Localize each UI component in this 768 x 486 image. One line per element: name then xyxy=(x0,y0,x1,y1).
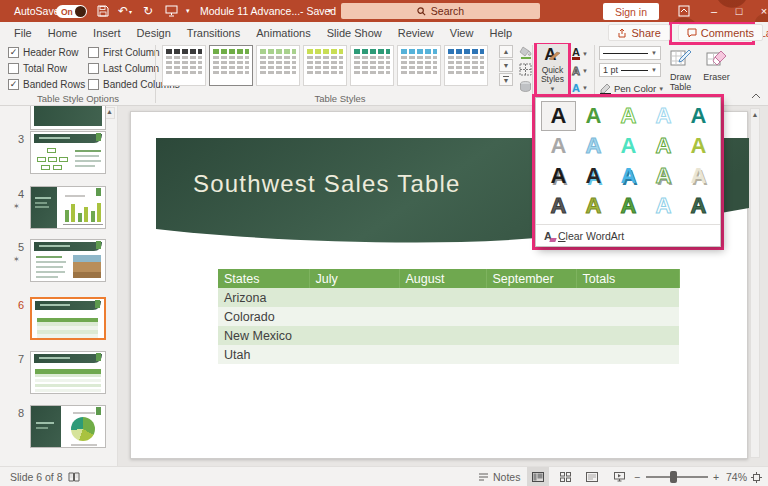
tab-animations[interactable]: Animations xyxy=(248,24,318,42)
wordart-style-18[interactable]: A xyxy=(611,191,646,221)
eraser-button[interactable]: Eraser xyxy=(700,44,733,100)
table-header-row[interactable]: StatesJulyAugustSeptemberTotals xyxy=(218,269,679,288)
slide-thumbnail-3[interactable] xyxy=(30,131,106,174)
table-cell[interactable] xyxy=(399,307,486,326)
text-outline-button[interactable]: A▼ xyxy=(572,63,594,78)
maximize-button[interactable]: □ xyxy=(727,0,751,22)
table-row[interactable]: Arizona xyxy=(218,288,679,307)
tab-design[interactable]: Design xyxy=(129,24,179,42)
gallery-more-icon[interactable]: ▼ xyxy=(499,73,513,86)
table-row[interactable]: New Mexico xyxy=(218,326,679,345)
table-header-cell[interactable]: July xyxy=(309,269,399,288)
checkbox-last-column[interactable]: Last Column xyxy=(88,63,159,74)
table-cell[interactable]: Utah xyxy=(218,345,309,364)
table-cell[interactable] xyxy=(309,345,399,364)
slide-title[interactable]: Southwest Sales Table xyxy=(193,170,461,198)
table-style-green[interactable] xyxy=(209,45,253,86)
checkbox-header-row[interactable]: ✓Header Row xyxy=(8,47,79,58)
autosave-toggle[interactable]: On xyxy=(56,5,87,18)
tab-help[interactable]: Help xyxy=(481,24,520,42)
ribbon-display-options-icon[interactable] xyxy=(672,0,696,22)
quick-styles-button[interactable]: A Quick Styles ▼ xyxy=(537,44,568,100)
table-cell[interactable]: Colorado xyxy=(218,307,309,326)
slide-thumbnail-8[interactable] xyxy=(30,405,106,448)
table-cell[interactable] xyxy=(399,288,486,307)
notes-button[interactable]: Notes xyxy=(478,467,520,486)
wordart-style-15[interactable]: A xyxy=(681,161,716,191)
wordart-style-13[interactable]: A xyxy=(611,161,646,191)
slide-table[interactable]: StatesJulyAugustSeptemberTotalsArizonaCo… xyxy=(218,269,680,364)
canvas-scrollbar[interactable]: ▲ xyxy=(750,108,760,458)
start-from-beginning-icon[interactable] xyxy=(165,0,178,22)
table-cell[interactable] xyxy=(576,345,679,364)
table-cell[interactable] xyxy=(486,307,576,326)
checkbox-total-row[interactable]: Total Row xyxy=(8,63,67,74)
normal-view-button[interactable] xyxy=(527,467,549,486)
table-cell[interactable] xyxy=(309,307,399,326)
wordart-style-8[interactable]: A xyxy=(611,131,646,161)
slide-thumbnail-5[interactable] xyxy=(30,239,106,282)
tab-home[interactable]: Home xyxy=(40,24,85,42)
wordart-style-20[interactable]: A xyxy=(681,191,716,221)
table-row[interactable]: Colorado xyxy=(218,307,679,326)
sign-in-button[interactable]: Sign in xyxy=(603,3,659,20)
table-style-blue[interactable] xyxy=(444,45,488,86)
wordart-style-14[interactable]: A xyxy=(646,161,681,191)
tab-slide-show[interactable]: Slide Show xyxy=(319,24,390,42)
tab-file[interactable]: File xyxy=(6,24,40,42)
close-button[interactable]: × xyxy=(752,0,768,22)
clear-wordart-item[interactable]: A Clear WordArt xyxy=(536,224,720,246)
table-cell[interactable] xyxy=(486,345,576,364)
search-input[interactable]: Search xyxy=(341,3,540,19)
zoom-out-button[interactable]: − xyxy=(634,467,640,486)
text-fill-button[interactable]: A▼ xyxy=(572,46,594,61)
wordart-style-19[interactable]: A xyxy=(646,191,681,221)
zoom-slider[interactable] xyxy=(646,467,708,486)
collapse-ribbon-icon[interactable] xyxy=(751,93,761,99)
fit-slide-to-window-icon[interactable] xyxy=(751,467,762,486)
accessibility-icon[interactable] xyxy=(68,467,80,486)
table-style-lime[interactable] xyxy=(303,45,347,86)
zoom-in-button[interactable]: + xyxy=(713,467,719,486)
wordart-style-2[interactable]: A xyxy=(576,101,611,131)
wordart-style-6[interactable]: A xyxy=(541,131,576,161)
wordart-style-1[interactable]: A xyxy=(541,101,576,131)
document-title[interactable]: Module 11 Advance... xyxy=(200,0,300,22)
table-cell[interactable] xyxy=(576,288,679,307)
zoom-level[interactable]: 74% xyxy=(726,467,747,486)
table-cell[interactable]: Arizona xyxy=(218,288,309,307)
table-cell[interactable] xyxy=(309,288,399,307)
redo-button[interactable]: ↻ xyxy=(143,0,153,22)
reading-view-button[interactable] xyxy=(581,467,603,486)
share-button[interactable]: Share xyxy=(608,24,669,41)
wordart-style-11[interactable]: A xyxy=(541,161,576,191)
undo-button[interactable]: ↶▾ xyxy=(118,0,132,22)
tab-transitions[interactable]: Transitions xyxy=(179,24,248,42)
slide-thumbnail-7[interactable] xyxy=(30,351,106,394)
table-cell[interactable] xyxy=(576,326,679,345)
table-cell[interactable] xyxy=(486,288,576,307)
slide-thumbnail-6[interactable] xyxy=(30,297,106,340)
comments-button[interactable]: Comments xyxy=(678,24,763,41)
table-cell[interactable] xyxy=(486,326,576,345)
checkbox-first-column[interactable]: First Column xyxy=(88,47,160,58)
minimize-button[interactable]: – xyxy=(702,0,726,22)
table-style-teal[interactable] xyxy=(350,45,394,86)
gallery-scroll-down-icon[interactable]: ▼ xyxy=(499,59,513,72)
wordart-style-12[interactable]: A xyxy=(576,161,611,191)
wordart-style-9[interactable]: A xyxy=(646,131,681,161)
table-header-cell[interactable]: September xyxy=(486,269,576,288)
slide-sorter-view-button[interactable] xyxy=(554,467,576,486)
checkbox-banded-rows[interactable]: ✓Banded Rows xyxy=(8,79,85,90)
pen-weight-dropdown[interactable]: 1 pt ▼ xyxy=(599,63,661,77)
table-style-light-green[interactable] xyxy=(256,45,300,86)
slide-show-button[interactable] xyxy=(608,467,630,486)
tab-review[interactable]: Review xyxy=(390,24,442,42)
wordart-style-10[interactable]: A xyxy=(681,131,716,161)
table-row[interactable]: Utah xyxy=(218,345,679,364)
table-header-cell[interactable]: States xyxy=(218,269,309,288)
save-icon[interactable] xyxy=(97,0,109,22)
table-style-light-blue[interactable] xyxy=(397,45,441,86)
customize-quick-access-icon[interactable]: ▾ xyxy=(186,0,190,22)
table-cell[interactable]: New Mexico xyxy=(218,326,309,345)
